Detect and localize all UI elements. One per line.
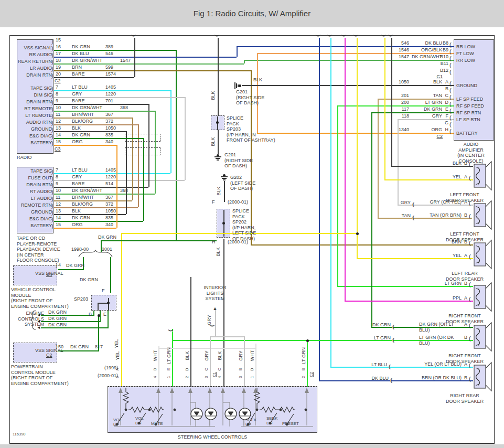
wire-label: C2: [55, 78, 61, 84]
wire-brn: [251, 244, 473, 246]
pin-bracket: (: [449, 94, 452, 100]
speaker-wire-label: LT GRN (OR DK BLU): [419, 335, 462, 346]
pin-signal-label: DRAIN RTN: [17, 99, 52, 105]
steering-pin-1999: B: [301, 368, 307, 370]
circuit-number: 546: [105, 51, 113, 57]
sp203-caption: SPLICE PACK SP203 (I/P HARN, IN FRONT OF…: [227, 115, 275, 143]
pin-signal-label: BATTERY: [17, 223, 52, 229]
pin-signal-label: LF SP RTN: [456, 117, 480, 123]
wiring-diagram-page: Fig 1: Radio Circuits, W/ Amplifier )15V…: [0, 0, 504, 448]
pcm-vss-label: VSS SIGNAL: [35, 348, 63, 354]
wire-blk: [218, 130, 219, 154]
pin-signal-label: DRAIN RTN: [17, 182, 52, 188]
amp-caption: AUDIO AMPLIFIER (IN CENTER CONSOLE): [455, 142, 488, 164]
wire-org: [54, 228, 116, 229]
wire-org: [257, 133, 454, 134]
wire-blk: [242, 85, 454, 86]
pin-bracket: (: [449, 101, 452, 106]
pcm-caption: POWERTRAIN CONTROL MODULE (RIGHT FRONT O…: [11, 364, 69, 386]
interior-lights-caption: INTERIOR LIGHTS SYSTEM: [203, 285, 226, 302]
steering-wire-color: GRY: [204, 350, 210, 360]
wire-gry: [210, 337, 211, 387]
wire-dkgrn: [110, 257, 111, 293]
pin-number: 15: [56, 222, 61, 228]
pin-signal-label: GROUND: [456, 83, 477, 89]
steering-pin-2000: 1: [250, 376, 255, 378]
wire-label: ((: [316, 36, 320, 37]
wire-gry: [185, 97, 186, 180]
wire-label: DK BLU: [371, 376, 389, 381]
pin-number: 14: [56, 132, 61, 138]
ground-g201-bottom: [216, 158, 220, 159]
pin-bracket: (: [469, 376, 471, 381]
speaker-pin-letter: A: [464, 322, 467, 327]
wire-label: ((: [210, 326, 214, 327]
pin-bracket: (: [469, 254, 471, 259]
speaker-wire-label: YEL: [453, 174, 462, 180]
circuit-number: 1405: [105, 167, 116, 173]
vcm-vss-label: VSS SIGNAL: [35, 271, 63, 276]
steering-button-label: SEEK DN: [266, 417, 277, 425]
wire-grnwht: [54, 111, 155, 112]
wire-color-label: BARE: [72, 71, 85, 77]
wire-label: DK GRN: [48, 316, 67, 322]
wire-label: BLK: [216, 186, 222, 195]
pin-signal-label: FUSE OUT: [17, 175, 52, 181]
pin-signal-label: FT LOW: [456, 51, 474, 57]
wire-label: (2000-01): [228, 199, 248, 205]
wire-ltgrn: [172, 329, 173, 387]
speaker-wire-label: YEL: [453, 253, 462, 259]
pin-bracket: (: [469, 336, 471, 341]
wire-blk: [218, 38, 219, 115]
speaker-pin-letter: B: [464, 335, 467, 340]
pin-bracket: (: [449, 122, 452, 127]
circuit-number: 117: [402, 106, 409, 112]
wire-dkblu: [237, 46, 238, 57]
wire-color-label: LT BLU: [72, 167, 88, 173]
wire-label: ((: [131, 36, 135, 37]
wire-grnwht: [54, 194, 155, 195]
wire-label: ▲: [213, 306, 218, 312]
ground-g201-bottom: [217, 159, 219, 161]
circuit-number: 1547: [120, 58, 131, 63]
wire-label: ((: [215, 36, 219, 37]
wire-label: YEL: [114, 339, 120, 348]
wire-label: C2: [436, 134, 443, 140]
circuit-number: 1050: [399, 79, 409, 85]
wire-color-label: DK BLU: [425, 40, 442, 46]
wire-label: B: [89, 312, 92, 317]
pin-bracket: (: [449, 56, 452, 61]
wire-org: [116, 145, 117, 228]
wire-yel: [121, 233, 122, 387]
pin-number: 13: [56, 208, 61, 214]
wire-label: LT BLU: [371, 362, 387, 368]
wire-ltgrn: [337, 105, 338, 286]
circuit-number: 340: [105, 139, 113, 145]
wire-color-label: LT BLU: [72, 84, 88, 90]
pin-letter: C: [445, 93, 449, 99]
wire-color-label: GRY: [72, 91, 82, 97]
wire-dkgrn: [93, 311, 94, 316]
figure-code: 116390: [13, 432, 25, 438]
wire-color-label: BLK/ORG: [72, 201, 93, 207]
tape-caption: TAPE OR CD PLAYER-REMOTE PLAYBACK DEVICE…: [17, 236, 60, 263]
wire-ltgrn: [307, 340, 308, 387]
pin-signal-label: GROUND: [17, 126, 52, 132]
pin-bracket: ): [51, 39, 53, 44]
wire-color-label: DK BLU: [72, 51, 89, 57]
wire-label: C3: [55, 146, 61, 152]
speaker-caption: RIGHT REAR DOOR SPEAKER: [446, 393, 484, 404]
speaker-wire-label: GRY (OR YEL): [430, 199, 462, 205]
wire-label: BLK: [210, 137, 216, 146]
wire-label: 1998-00: [71, 247, 89, 252]
junction-dot: [306, 339, 309, 342]
steering-pin-2000: 2: [301, 376, 307, 378]
ground-g201-top: [234, 82, 235, 89]
circuit-number: 389: [105, 44, 113, 50]
wire-color-label: BARE: [72, 181, 85, 187]
wire-color-label: BLK: [433, 79, 442, 85]
speaker-wire-label: LT GRN: [445, 281, 462, 286]
pin-number: 9: [56, 98, 58, 104]
wire-color-label: DK GRN: [72, 215, 90, 221]
speaker-pin-letter: A: [464, 199, 467, 205]
